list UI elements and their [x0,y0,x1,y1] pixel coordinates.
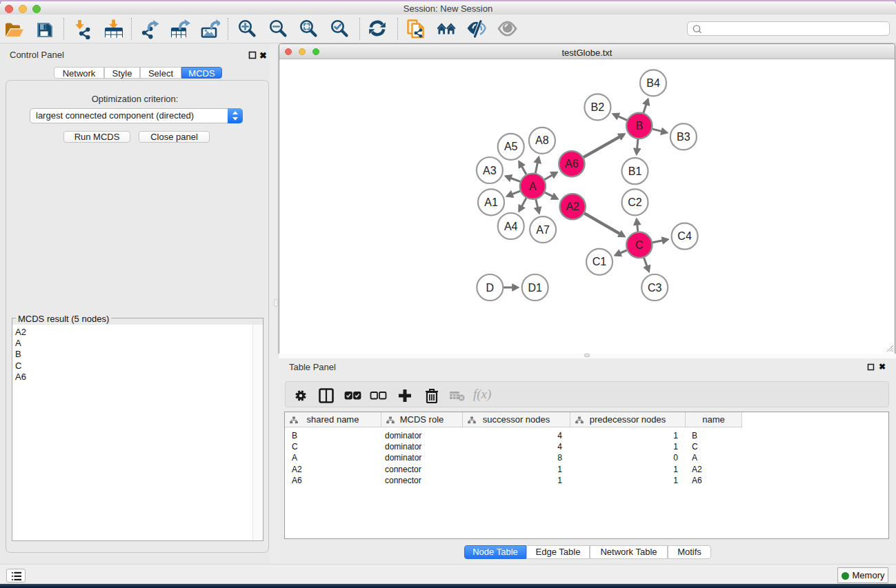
svg-text:D1: D1 [528,282,542,294]
svg-text:A4: A4 [504,221,518,232]
svg-text:C1: C1 [593,256,607,267]
svg-text:B4: B4 [646,77,660,89]
svg-text:A3: A3 [483,165,497,176]
svg-text:A7: A7 [536,224,550,236]
svg-text:A: A [529,181,537,192]
svg-text:C3: C3 [648,282,662,294]
svg-text:A5: A5 [504,141,518,152]
svg-text:D: D [486,282,495,294]
svg-text:A8: A8 [535,134,549,146]
svg-text:B1: B1 [628,165,642,177]
svg-text:A6: A6 [565,158,579,170]
svg-text:C4: C4 [677,230,692,242]
svg-text:B: B [635,120,643,132]
svg-text:A2: A2 [566,201,579,212]
svg-text:B3: B3 [677,131,690,143]
svg-text:A1: A1 [484,196,498,208]
svg-text:C2: C2 [628,196,642,208]
svg-text:B2: B2 [591,101,605,113]
svg-text:C: C [635,239,644,251]
